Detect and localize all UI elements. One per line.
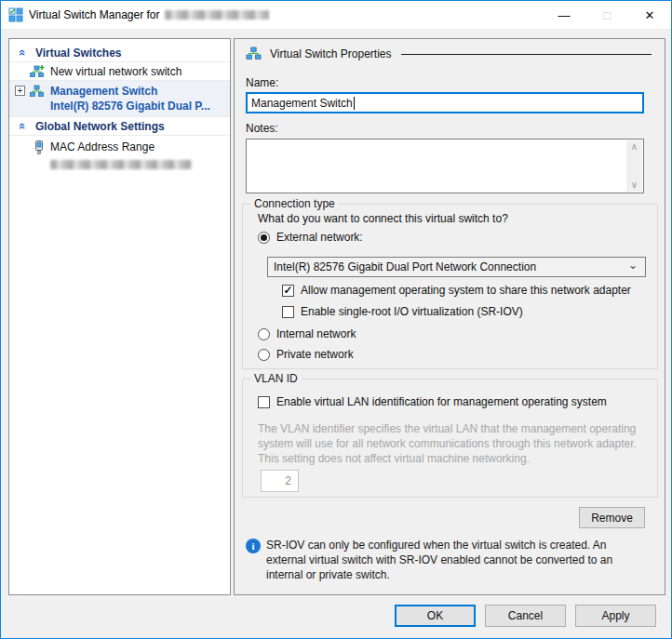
adapter-select-value: Intel(R) 82576 Gigabit Dual Port Network… bbox=[274, 260, 628, 273]
vlan-description: The VLAN identifier specifies the virtua… bbox=[258, 421, 638, 466]
checkbox-checked-icon[interactable]: ✓ bbox=[282, 285, 294, 297]
virtual-switch-manager-window: Virtual Switch Manager for — □ ✕ « Virtu… bbox=[0, 0, 672, 639]
connection-question: What do you want to connect this virtual… bbox=[258, 212, 508, 225]
apply-button-label: Apply bbox=[601, 609, 629, 622]
collapse-chevrons-icon: « bbox=[16, 46, 30, 60]
apply-button[interactable]: Apply bbox=[575, 605, 656, 627]
tree-item-new-virtual-switch[interactable]: New virtual network switch bbox=[9, 62, 230, 81]
header-rule bbox=[401, 54, 652, 55]
tree-item-management-switch-adapter[interactable]: Intel(R) 82576 Gigabit Dual P... bbox=[9, 99, 230, 113]
notes-scrollbar[interactable]: ∧ ∨ bbox=[626, 140, 642, 192]
maximize-icon: □ bbox=[603, 8, 611, 22]
tree-item-label: MAC Address Range bbox=[50, 140, 155, 153]
ok-button-label: OK bbox=[427, 609, 443, 622]
adapter-select[interactable]: Intel(R) 82576 Gigabit Dual Port Network… bbox=[267, 257, 646, 277]
private-network-radio[interactable]: Private network bbox=[258, 348, 354, 361]
radio-icon[interactable] bbox=[258, 349, 270, 361]
switch-icon bbox=[30, 85, 45, 98]
name-input[interactable]: Management Switch bbox=[246, 92, 644, 113]
name-label: Name: bbox=[246, 76, 278, 89]
vlan-enable-checkbox[interactable]: Enable virtual LAN identification for ma… bbox=[258, 395, 607, 408]
text-caret bbox=[354, 97, 355, 110]
radio-icon[interactable] bbox=[258, 328, 270, 340]
mac-range-value-redacted bbox=[9, 156, 230, 173]
vlan-enable-label: Enable virtual LAN identification for ma… bbox=[276, 395, 607, 408]
minimize-button[interactable]: — bbox=[543, 1, 585, 29]
tree-selection: + Management Switch Intel(R) 82576 Gigab… bbox=[9, 81, 230, 117]
external-network-radio[interactable]: External network: bbox=[258, 231, 363, 244]
window-title-redacted bbox=[165, 10, 269, 20]
tree-item-management-switch[interactable]: + Management Switch bbox=[9, 83, 230, 99]
sriov-checkbox[interactable]: Enable single-root I/O virtualization (S… bbox=[282, 305, 523, 318]
notes-label: Notes: bbox=[246, 122, 278, 135]
vlan-id-input: 2 bbox=[261, 470, 299, 492]
app-icon bbox=[8, 7, 23, 22]
vlan-id-value: 2 bbox=[285, 474, 291, 487]
close-button[interactable]: ✕ bbox=[628, 1, 671, 29]
window-title: Virtual Switch Manager for bbox=[29, 8, 160, 21]
share-adapter-label: Allow management operating system to sha… bbox=[301, 284, 631, 297]
expand-plus-icon[interactable]: + bbox=[15, 86, 25, 96]
titlebar: Virtual Switch Manager for — □ ✕ bbox=[1, 1, 671, 29]
maximize-button: □ bbox=[585, 1, 628, 29]
collapse-chevrons-icon: « bbox=[16, 119, 30, 134]
properties-section-title: Virtual Switch Properties bbox=[270, 47, 392, 60]
radio-selected-icon[interactable] bbox=[258, 232, 270, 244]
section-global-network-settings[interactable]: « Global Network Settings bbox=[9, 117, 230, 136]
remove-button-label: Remove bbox=[591, 512, 633, 525]
internal-network-label: Internal network bbox=[276, 327, 356, 340]
properties-panel: Virtual Switch Properties Name: Manageme… bbox=[234, 38, 665, 595]
remove-button[interactable]: Remove bbox=[579, 507, 645, 528]
ok-button[interactable]: OK bbox=[395, 605, 476, 627]
external-network-label: External network: bbox=[276, 231, 363, 244]
sriov-label: Enable single-root I/O virtualization (S… bbox=[301, 305, 523, 318]
sriov-info-text: SR-IOV can only be configured when the v… bbox=[266, 538, 642, 582]
properties-section-header: Virtual Switch Properties bbox=[246, 47, 652, 60]
info-icon: i bbox=[246, 539, 261, 553]
scroll-down-icon[interactable]: ∨ bbox=[631, 179, 638, 192]
notes-input[interactable]: ∧ ∨ bbox=[246, 139, 644, 193]
vlan-id-legend: VLAN ID bbox=[250, 372, 302, 385]
minimize-icon: — bbox=[558, 8, 571, 22]
section-label: Virtual Switches bbox=[35, 47, 121, 60]
checkbox-unchecked-icon[interactable] bbox=[282, 306, 294, 318]
share-adapter-checkbox[interactable]: ✓ Allow management operating system to s… bbox=[282, 284, 631, 297]
close-icon: ✕ bbox=[645, 8, 655, 22]
virtual-switch-icon bbox=[246, 47, 262, 60]
chevron-down-icon: ⌄ bbox=[628, 259, 638, 272]
network-adapter-icon bbox=[34, 140, 45, 154]
tree-subitem-label: Intel(R) 82576 Gigabit Dual P... bbox=[50, 100, 210, 113]
tree-item-label: New virtual network switch bbox=[50, 65, 181, 78]
cancel-button-label: Cancel bbox=[508, 609, 543, 622]
checkbox-unchecked-icon[interactable] bbox=[258, 396, 270, 408]
section-virtual-switches[interactable]: « Virtual Switches bbox=[9, 44, 230, 62]
cancel-button[interactable]: Cancel bbox=[485, 605, 566, 627]
tree-item-label: Management Switch bbox=[50, 85, 157, 98]
scroll-up-icon[interactable]: ∧ bbox=[631, 140, 638, 153]
connection-type-legend: Connection type bbox=[250, 197, 339, 210]
internal-network-radio[interactable]: Internal network bbox=[258, 327, 356, 340]
tree-item-mac-address-range[interactable]: MAC Address Range bbox=[9, 138, 230, 156]
vlan-id-group: VLAN ID Enable virtual LAN identificatio… bbox=[242, 379, 658, 498]
name-input-value: Management Switch bbox=[251, 97, 353, 110]
switch-tree-panel: « Virtual Switches New virtual network s… bbox=[8, 38, 231, 595]
private-network-label: Private network bbox=[276, 348, 354, 361]
connection-type-group: Connection type What do you want to conn… bbox=[242, 204, 658, 369]
section-label: Global Network Settings bbox=[35, 120, 165, 133]
new-switch-icon bbox=[30, 65, 45, 78]
